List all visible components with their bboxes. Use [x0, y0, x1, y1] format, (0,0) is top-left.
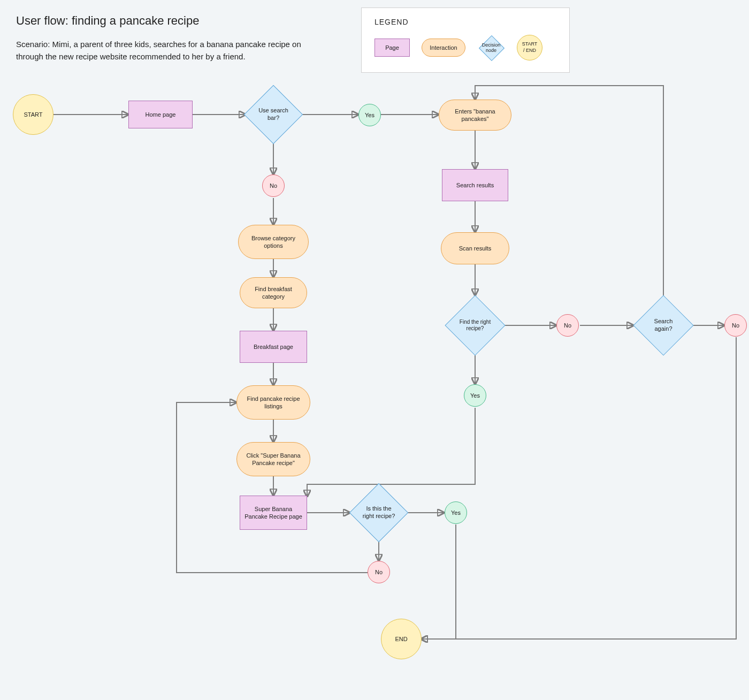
click-super-node: Click "Super Banana Pancake recipe": [236, 442, 310, 476]
find-right-decision: Find the right recipe?: [454, 304, 496, 347]
scenario-text: Scenario: Mimi, a parent of three kids, …: [16, 39, 316, 63]
yes-right-recipe: Yes: [445, 501, 467, 524]
use-search-label: Use search bar?: [253, 94, 294, 135]
no-search-again: No: [724, 314, 747, 337]
legend-row: Page Interaction Decision node START / E…: [374, 34, 556, 62]
legend-decision-l2: node: [486, 48, 496, 53]
no-search: No: [262, 174, 285, 197]
no-found-recipe: No: [556, 314, 579, 337]
search-again-decision: Search again?: [642, 304, 685, 347]
yes-found-recipe: Yes: [464, 384, 486, 407]
scan-results-node: Scan results: [441, 232, 509, 264]
legend-startend: START / END: [517, 35, 542, 60]
find-right-label: Find the right recipe?: [454, 304, 496, 347]
legend-startend-l1: START: [522, 41, 538, 48]
legend-startend-l2: / END: [523, 48, 536, 54]
legend-decision-l1: Decision: [482, 42, 501, 48]
breakfast-page-node: Breakfast page: [240, 331, 307, 363]
search-results-node: Search results: [442, 169, 508, 201]
page-title: User flow: finding a pancake recipe: [16, 14, 199, 28]
yes-search: Yes: [358, 104, 381, 126]
is-right-label: Is this the right recipe?: [358, 492, 400, 534]
legend-decision: Decision node: [477, 34, 505, 62]
legend-interaction: Interaction: [422, 39, 465, 57]
end-node: END: [381, 619, 422, 659]
find-pancake-node: Find pancake recipe listings: [236, 385, 310, 420]
find-breakfast-node: Find breakfast category: [240, 277, 307, 308]
start-node: START: [13, 94, 54, 135]
browse-category-node: Browse category options: [238, 225, 309, 259]
legend-box: LEGEND Page Interaction Decision node ST…: [361, 7, 570, 73]
legend-title: LEGEND: [374, 18, 556, 26]
use-search-decision: Use search bar?: [253, 94, 294, 135]
no-right-recipe: No: [368, 561, 390, 583]
home-page-node: Home page: [128, 101, 193, 128]
is-right-decision: Is this the right recipe?: [358, 492, 400, 534]
legend-page: Page: [374, 39, 410, 57]
super-page-node: Super Banana Pancake Recipe page: [240, 496, 307, 530]
search-again-label: Search again?: [642, 304, 685, 347]
enter-banana-node: Enters "banana pancakes": [439, 100, 511, 131]
